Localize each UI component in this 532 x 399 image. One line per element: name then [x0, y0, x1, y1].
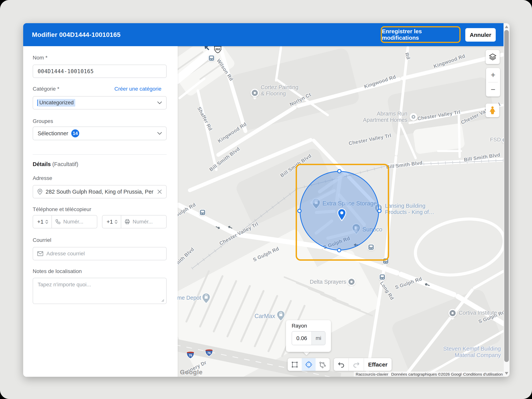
email-label: Courriel [33, 237, 51, 243]
svg-text:76: 76 [207, 352, 211, 355]
svg-text:202: 202 [215, 48, 220, 51]
poi-marker-delta[interactable] [347, 278, 356, 286]
envelope-icon [37, 251, 43, 256]
poi-label[interactable]: CarMax [254, 313, 275, 320]
zoom-controls: + − [486, 68, 500, 96]
area-label-fsd: FSD [490, 137, 501, 143]
undo-button[interactable] [334, 358, 348, 371]
chevron-down-icon [157, 132, 162, 135]
name-input[interactable]: 004D1444-10010165 [33, 65, 167, 78]
location-pin-icon[interactable] [337, 209, 346, 221]
rectangle-tool-button[interactable] [288, 358, 302, 371]
country-spinner-icon[interactable] [45, 220, 48, 224]
road-loop [408, 209, 504, 285]
poi-marker-cortiva[interactable] [448, 309, 457, 317]
fax-icon [125, 219, 130, 224]
poi-marker-fsd [502, 137, 504, 143]
google-logo: Google [180, 369, 203, 376]
street-view-pegman-button[interactable] [486, 104, 499, 117]
chevron-down-icon [157, 101, 162, 104]
road-label: mith Blvd [178, 246, 195, 266]
road-label: Chester Valley Trl [218, 221, 259, 247]
poi-marker-carmax[interactable] [276, 310, 285, 321]
i-76-shield-icon: 76 [186, 351, 195, 359]
category-select[interactable]: Uncategorized [33, 96, 167, 109]
email-input[interactable]: Adresse courriel [33, 247, 167, 260]
road-line [437, 150, 462, 152]
address-label: Adresse [33, 175, 52, 181]
resize-handle-icon[interactable] [161, 299, 164, 302]
country-spinner-icon[interactable] [115, 220, 117, 224]
section-divider [33, 154, 167, 155]
layers-icon [488, 53, 497, 61]
area-label-steven-kempf: Steven Kempf BuildingMaterial Company [443, 345, 501, 358]
transit-station-icon [208, 55, 215, 62]
geofence-handle-north[interactable] [337, 169, 342, 173]
shape-toolbar [288, 358, 330, 371]
scroll-up-arrow[interactable] [505, 25, 508, 28]
edit-toolbar: Effacer [334, 358, 392, 371]
geofence-handle-south[interactable] [337, 248, 341, 252]
fax-country-code[interactable]: +1 [107, 219, 113, 225]
poi-marker-abrams[interactable] [410, 113, 417, 121]
road-label: Bill Smith Blvd [386, 160, 423, 170]
svg-text:76: 76 [189, 354, 192, 357]
poi-label[interactable]: Abrams RunApartment Homes [363, 111, 407, 123]
transit-station-icon [199, 209, 206, 216]
address-input[interactable]: 282 South Gulph Road, King of Prussia, P… [33, 185, 167, 198]
save-changes-button[interactable]: Enregistrer les modifications [381, 26, 461, 43]
poi-label[interactable]: Cortez Painting& Flooring [261, 84, 298, 97]
phone-input-group[interactable]: +1 Numér... [33, 215, 97, 228]
road-line [196, 89, 218, 171]
clear-button[interactable]: Effacer [364, 358, 392, 371]
poi-label[interactable]: Lansing BuildingProducts - King of… [385, 203, 434, 215]
notes-placeholder: Tapez n'importe quoi... [38, 282, 91, 288]
radius-label: Rayon [292, 323, 307, 329]
poi-marker-home-depot[interactable] [202, 293, 210, 304]
groups-select[interactable]: Sélectionner 14 [33, 127, 167, 140]
poi-label[interactable]: Cortiva Institute [459, 310, 497, 316]
redo-button[interactable] [349, 358, 363, 371]
geofence-handle-east[interactable] [377, 209, 381, 213]
name-value: 004D1444-10010165 [38, 68, 94, 75]
groups-count-badge: 14 [71, 129, 79, 137]
road-line [472, 270, 504, 290]
notes-label: Notes de localisation [33, 268, 82, 274]
geofence-handle-west[interactable] [297, 209, 302, 213]
polyline-tool-button[interactable] [316, 358, 330, 371]
poi-label[interactable]: Delta Sprayers [310, 279, 346, 285]
create-category-link[interactable]: Créer une catégorie [114, 86, 161, 92]
notes-textarea[interactable]: Tapez n'importe quoi... [33, 278, 167, 304]
radius-popup: Rayon 0.06 mi [286, 320, 331, 352]
road-label: Chester Valley Trl [348, 133, 392, 146]
terms-of-use-link[interactable]: Conditions d'utilisation [461, 372, 504, 377]
zoom-in-button[interactable]: + [486, 68, 500, 82]
text-caret [37, 100, 38, 106]
radius-value-input[interactable]: 0.06 [292, 332, 311, 345]
name-label: Nom * [33, 55, 48, 61]
cancel-button[interactable]: Annuler [465, 28, 496, 42]
phone-country-code[interactable]: +1 [37, 219, 44, 225]
phone-fax-label: Téléphone et télécopieur [33, 206, 91, 212]
scroll-down-arrow[interactable] [505, 372, 508, 375]
map-data-attribution: Données cartographiques ©2026 Google [389, 372, 466, 377]
zoom-out-button[interactable]: − [486, 82, 500, 96]
fax-placeholder: Numér... [133, 219, 153, 225]
poi-label[interactable]: me Depot [178, 295, 201, 301]
scrollbar-thumb[interactable] [504, 30, 509, 362]
keyboard-shortcuts-link[interactable]: Raccourcis-clavier [354, 372, 390, 377]
layers-button[interactable] [486, 50, 500, 64]
category-label: Catégorie * [33, 86, 59, 92]
fax-input-group[interactable]: +1 Numér... [102, 215, 167, 228]
transit-station-icon [379, 274, 386, 280]
location-pin-icon [37, 189, 43, 195]
phone-icon [55, 219, 61, 224]
map-canvas[interactable]: Wilson Rd Shaffer Rd Norlyn Ct Kingwood … [178, 46, 504, 377]
phone-placeholder: Numér... [63, 219, 83, 225]
poi-marker-cortez[interactable] [251, 89, 259, 97]
email-placeholder: Adresse courriel [46, 251, 85, 257]
clear-address-icon[interactable] [157, 189, 162, 194]
circle-tool-button[interactable] [302, 358, 316, 371]
groups-label: Groupes [33, 118, 53, 124]
radius-input-group: 0.06 mi [292, 331, 325, 345]
